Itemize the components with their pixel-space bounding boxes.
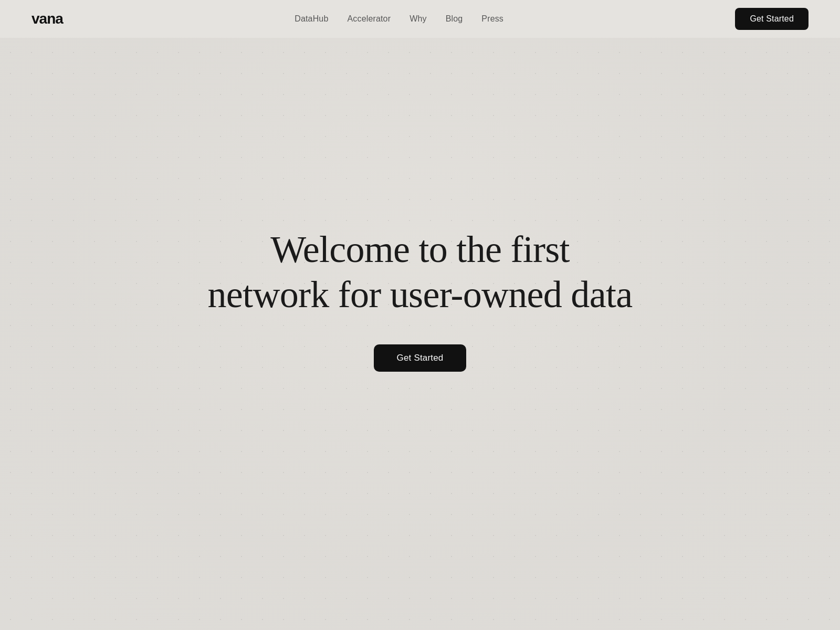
nav-link-press[interactable]: Press [481,14,503,23]
nav-item-why[interactable]: Why [410,14,426,24]
nav-item-blog[interactable]: Blog [446,14,463,24]
navbar: vana DataHub Accelerator Why Blog Press … [0,0,840,38]
hero-title-line2: network for user-owned data [208,274,633,316]
nav-item-press[interactable]: Press [481,14,503,24]
hero-get-started-button[interactable]: Get Started [374,344,467,372]
hero-title: Welcome to the first network for user-ow… [208,227,633,318]
hero-section: Welcome to the first network for user-ow… [0,0,840,630]
nav-item-accelerator[interactable]: Accelerator [347,14,391,24]
brand-logo[interactable]: vana [32,10,63,27]
nav-link-datahub[interactable]: DataHub [295,14,328,23]
nav-link-why[interactable]: Why [410,14,426,23]
nav-get-started-button[interactable]: Get Started [735,8,808,30]
nav-link-accelerator[interactable]: Accelerator [347,14,391,23]
hero-title-line1: Welcome to the first [270,228,570,270]
nav-link-blog[interactable]: Blog [446,14,463,23]
nav-links: DataHub Accelerator Why Blog Press [295,14,503,24]
nav-item-datahub[interactable]: DataHub [295,14,328,24]
